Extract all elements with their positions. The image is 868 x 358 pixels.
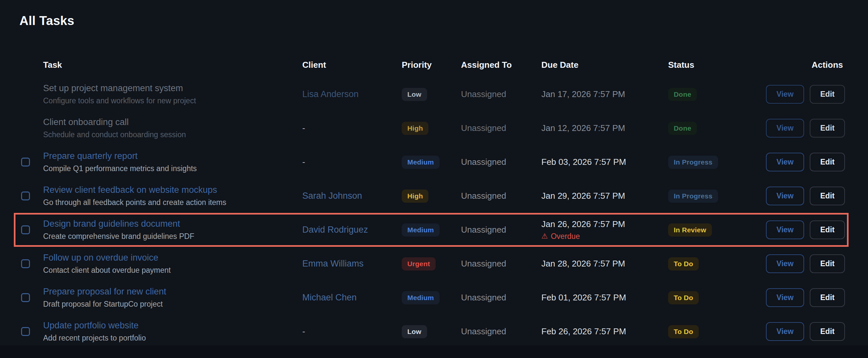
table-row: Prepare proposal for new client Draft pr… xyxy=(14,281,848,315)
task-description: Compile Q1 performance metrics and insig… xyxy=(43,164,302,173)
client-link: - xyxy=(302,123,305,133)
checkbox-cell xyxy=(21,225,43,234)
column-header-client: Client xyxy=(302,60,402,70)
view-button[interactable]: View xyxy=(766,187,804,205)
row-checkbox[interactable] xyxy=(21,327,30,336)
assigned-cell: Unassigned xyxy=(461,326,541,336)
task-title-link[interactable]: Design brand guidelines document xyxy=(43,219,302,229)
checkbox-cell xyxy=(21,293,43,302)
table-row: Prepare quarterly report Compile Q1 perf… xyxy=(14,145,848,179)
actions-cell: View Edit xyxy=(766,119,851,137)
client-link[interactable]: Sarah Johnson xyxy=(302,191,362,201)
edit-button[interactable]: Edit xyxy=(810,254,845,273)
status-cell: In Progress xyxy=(668,190,766,203)
table-row: Review client feedback on website mockup… xyxy=(14,179,848,213)
row-checkbox[interactable] xyxy=(21,192,30,200)
client-link[interactable]: David Rodriguez xyxy=(302,225,368,235)
assigned-cell: Unassigned xyxy=(461,259,541,269)
column-header-priority: Priority xyxy=(402,60,461,70)
overdue-label: Overdue xyxy=(551,232,580,241)
view-button[interactable]: View xyxy=(766,288,804,307)
status-badge: To Do xyxy=(668,325,699,338)
task-title-link[interactable]: Client onboarding call xyxy=(43,117,302,127)
due-date-cell: Feb 01, 2026 7:57 PM xyxy=(541,293,668,303)
edit-button[interactable]: Edit xyxy=(810,153,845,171)
client-cell: Michael Chen xyxy=(302,293,402,303)
task-title-link[interactable]: Follow up on overdue invoice xyxy=(43,253,302,263)
due-date-text: Feb 01, 2026 7:57 PM xyxy=(541,293,626,303)
priority-cell: Medium xyxy=(402,156,461,169)
task-title-link[interactable]: Review client feedback on website mockup… xyxy=(43,185,302,195)
row-checkbox[interactable] xyxy=(21,259,30,268)
priority-cell: High xyxy=(402,190,461,203)
client-link[interactable]: Michael Chen xyxy=(302,293,356,302)
client-cell: - xyxy=(302,123,402,133)
assigned-cell: Unassigned xyxy=(461,225,541,235)
actions-cell: View Edit xyxy=(766,322,851,341)
due-date-cell: Jan 26, 2026 7:57 PM ⚠ Overdue xyxy=(541,219,668,241)
priority-badge: Medium xyxy=(402,291,440,304)
view-button[interactable]: View xyxy=(766,153,804,171)
edit-button[interactable]: Edit xyxy=(810,119,845,137)
priority-cell: Low xyxy=(402,88,461,101)
actions-cell: View Edit xyxy=(766,221,851,239)
assigned-cell: Unassigned xyxy=(461,293,541,303)
edit-button[interactable]: Edit xyxy=(810,322,845,341)
client-link: - xyxy=(302,157,305,167)
status-badge: In Progress xyxy=(668,156,718,169)
client-link[interactable]: Emma Williams xyxy=(302,259,364,268)
row-checkbox[interactable] xyxy=(21,293,30,302)
due-date-cell: Feb 26, 2026 7:57 PM xyxy=(541,326,668,336)
task-description: Create comprehensive brand guidelines PD… xyxy=(43,232,302,241)
table-row: Follow up on overdue invoice Contact cli… xyxy=(14,247,848,281)
assigned-to-text: Unassigned xyxy=(461,89,506,99)
assigned-to-text: Unassigned xyxy=(461,225,506,235)
actions-cell: View Edit xyxy=(766,254,851,273)
status-badge: In Review xyxy=(668,223,712,236)
task-title-link[interactable]: Prepare proposal for new client xyxy=(43,287,302,297)
due-date-cell: Jan 28, 2026 7:57 PM xyxy=(541,259,668,269)
edit-button[interactable]: Edit xyxy=(810,221,845,239)
priority-cell: Urgent xyxy=(402,257,461,270)
edit-button[interactable]: Edit xyxy=(810,85,845,104)
task-cell: Update portfolio website Add recent proj… xyxy=(43,321,302,343)
warning-icon: ⚠ xyxy=(541,233,548,240)
view-button[interactable]: View xyxy=(766,119,804,137)
status-cell: To Do xyxy=(668,291,766,304)
priority-badge: Urgent xyxy=(402,257,436,270)
due-date-cell: Jan 29, 2026 7:57 PM xyxy=(541,191,668,201)
task-description: Schedule and conduct onboarding session xyxy=(43,130,302,139)
task-title-link[interactable]: Update portfolio website xyxy=(43,321,302,331)
task-description: Draft proposal for StartupCo project xyxy=(43,300,302,308)
priority-cell: Low xyxy=(402,325,461,338)
due-date-text: Jan 12, 2026 7:57 PM xyxy=(541,123,625,133)
client-link[interactable]: Lisa Anderson xyxy=(302,89,359,99)
task-title-link[interactable]: Set up project management system xyxy=(43,83,302,93)
row-checkbox[interactable] xyxy=(21,225,30,234)
task-title-link[interactable]: Prepare quarterly report xyxy=(43,151,302,161)
edit-button[interactable]: Edit xyxy=(810,288,845,307)
table-row: Design brand guidelines document Create … xyxy=(14,213,848,247)
priority-badge: Medium xyxy=(402,156,440,169)
view-button[interactable]: View xyxy=(766,322,804,341)
client-cell: David Rodriguez xyxy=(302,225,402,235)
view-button[interactable]: View xyxy=(766,85,804,104)
client-cell: - xyxy=(302,157,402,167)
task-cell: Review client feedback on website mockup… xyxy=(43,185,302,207)
row-checkbox[interactable] xyxy=(21,158,30,166)
assigned-to-text: Unassigned xyxy=(461,191,506,201)
table-body: Set up project management system Configu… xyxy=(14,77,848,349)
assigned-to-text: Unassigned xyxy=(461,157,506,167)
view-button[interactable]: View xyxy=(766,254,804,273)
overdue-indicator: ⚠ Overdue xyxy=(541,232,580,241)
task-cell: Follow up on overdue invoice Contact cli… xyxy=(43,253,302,275)
priority-badge: Low xyxy=(402,88,427,101)
assigned-to-text: Unassigned xyxy=(461,326,506,336)
status-badge: In Progress xyxy=(668,190,718,203)
view-button[interactable]: View xyxy=(766,221,804,239)
due-date-text: Feb 03, 2026 7:57 PM xyxy=(541,157,626,167)
assigned-cell: Unassigned xyxy=(461,123,541,133)
priority-badge: High xyxy=(402,122,428,135)
edit-button[interactable]: Edit xyxy=(810,187,845,205)
assigned-to-text: Unassigned xyxy=(461,259,506,268)
